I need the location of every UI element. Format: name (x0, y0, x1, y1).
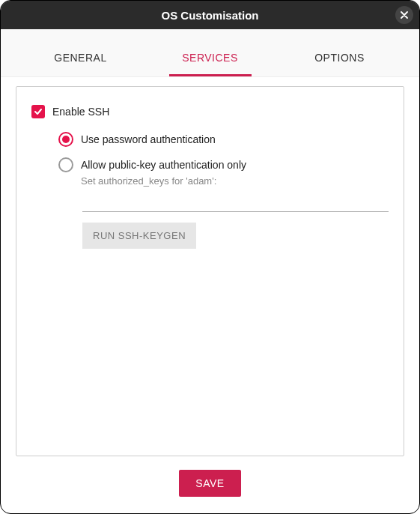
run-ssh-keygen-button[interactable]: RUN SSH-KEYGEN (82, 223, 196, 249)
radio-row-pubkey: Allow public-key authentication only Set… (58, 157, 389, 187)
content-wrap: Enable SSH Use password authentication A… (1, 77, 419, 513)
radio-password-label: Use password authentication (81, 132, 216, 147)
radio-pubkey-label: Allow public-key authentication only (81, 157, 246, 172)
authorized-keys-hint: Set authorized_keys for 'adam': (81, 175, 246, 187)
radio-password-auth[interactable] (58, 132, 73, 147)
tab-services[interactable]: SERVICES (169, 44, 252, 76)
radio-pubkey-auth[interactable] (58, 157, 73, 172)
radio-row-password: Use password authentication (58, 132, 389, 147)
enable-ssh-checkbox[interactable] (31, 105, 45, 118)
ssh-auth-radio-group: Use password authentication Allow public… (58, 132, 389, 187)
dialog-window: OS Customisation GENERAL SERVICES OPTION… (0, 0, 420, 514)
enable-ssh-label: Enable SSH (52, 106, 109, 118)
tabs-bar: GENERAL SERVICES OPTIONS (1, 29, 419, 77)
close-button[interactable] (395, 6, 413, 24)
services-panel: Enable SSH Use password authentication A… (16, 86, 404, 456)
tab-general[interactable]: GENERAL (40, 44, 122, 76)
radio-pubkey-text: Allow public-key authentication only Set… (81, 157, 246, 187)
close-icon (401, 11, 408, 19)
checkmark-icon (34, 107, 43, 116)
radio-dot-icon (62, 136, 70, 143)
tabs: GENERAL SERVICES OPTIONS (16, 29, 404, 76)
window-title: OS Customisation (161, 9, 258, 22)
authorized-keys-input[interactable] (82, 197, 389, 212)
save-button[interactable]: SAVE (179, 470, 240, 497)
titlebar: OS Customisation (1, 1, 419, 29)
dialog-footer: SAVE (16, 456, 404, 513)
enable-ssh-row: Enable SSH (31, 105, 389, 118)
tab-options[interactable]: OPTIONS (299, 44, 381, 76)
authorized-keys-area: RUN SSH-KEYGEN (82, 197, 389, 249)
